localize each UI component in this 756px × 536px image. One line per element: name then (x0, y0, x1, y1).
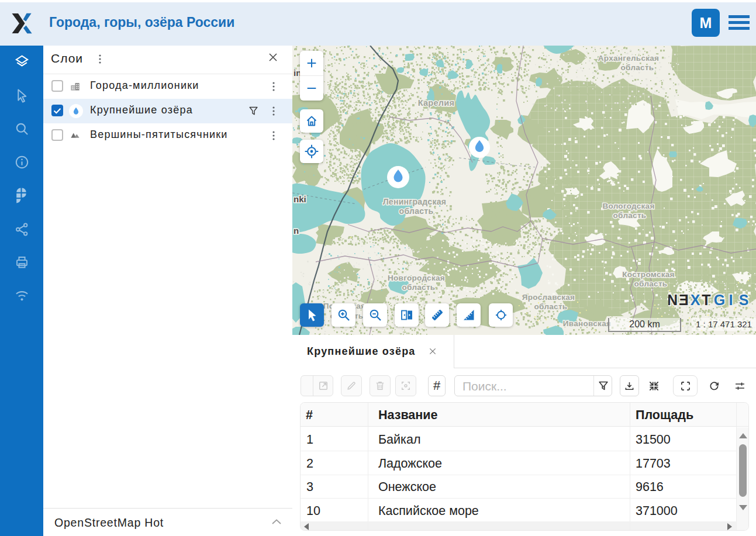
svg-text:n: n (294, 226, 299, 236)
svg-text:Ивановская: Ивановская (563, 319, 611, 328)
svg-text:nki: nki (294, 194, 306, 204)
svg-text:область: область (399, 206, 434, 216)
svg-text:I: I (729, 292, 733, 307)
svg-text:область: область (634, 279, 668, 288)
svg-text:Ярославская: Ярославская (522, 293, 575, 302)
svg-text:Архангельская: Архангельская (598, 54, 660, 63)
svg-text:T: T (702, 292, 710, 307)
svg-text:G: G (714, 292, 725, 307)
svg-text:область: область (621, 63, 654, 72)
svg-text:Ленинградская: Ленинградская (383, 197, 447, 206)
svg-text:Новгородская: Новгородская (388, 274, 445, 282)
svg-text:область: область (534, 302, 568, 311)
svg-text:Вологодская: Вологодская (602, 202, 654, 210)
svg-text:Карелия: Карелия (418, 98, 455, 108)
svg-text:Костромская: Костромская (622, 270, 675, 279)
svg-text:E: E (679, 292, 689, 307)
svg-text:область: область (402, 283, 436, 292)
svg-text:N: N (668, 292, 678, 307)
svg-text:S: S (739, 292, 749, 307)
svg-text:X: X (691, 292, 700, 307)
svg-text:область: область (613, 211, 647, 220)
